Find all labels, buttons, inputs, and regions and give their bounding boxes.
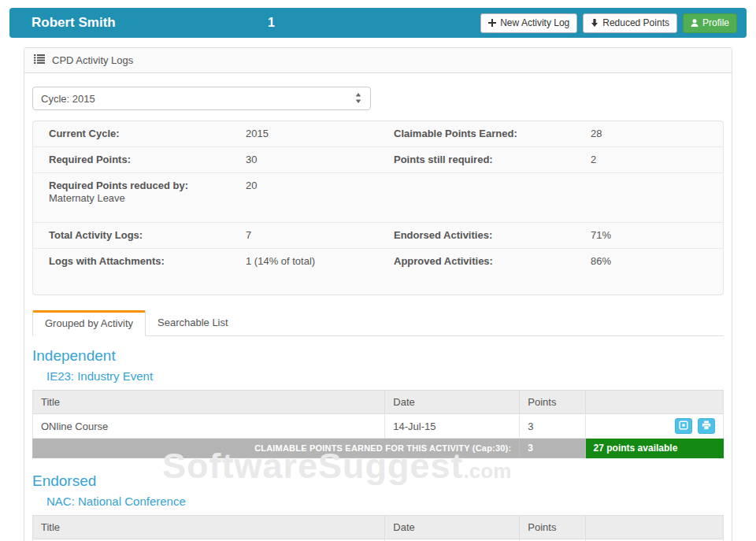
summary-label: Total Activity Logs:: [49, 229, 246, 242]
column-header-actions: [585, 516, 723, 539]
summary-row: Required Points: 30: [33, 146, 378, 172]
summary-value: 28: [591, 128, 602, 140]
reduced-points-label: Reduced Points: [602, 18, 669, 28]
claimable-points-value: 3: [520, 439, 585, 458]
summary-value: 2: [591, 154, 596, 166]
claimable-points-summary-row: CLAIMABLE POINTS EARNED FOR THIS ACTIVIT…: [33, 439, 724, 458]
new-activity-log-label: New Activity Log: [500, 18, 569, 28]
save-icon: [679, 421, 688, 432]
view-log-button[interactable]: [675, 418, 692, 434]
panel-body: Cycle: 2015 Current Cycle: 2015 Required…: [24, 73, 732, 541]
log-points: 3: [520, 414, 585, 439]
column-header-points: Points: [520, 391, 585, 414]
summary-row: Points still required: 2: [378, 146, 723, 172]
member-name: Robert Smith: [32, 15, 116, 31]
profile-button[interactable]: Profile: [683, 13, 737, 33]
cycle-summary-box: Current Cycle: 2015 Required Points: 30 …: [32, 120, 724, 295]
list-icon: [34, 54, 45, 66]
select-updown-icon: [355, 93, 361, 106]
summary-value: 30: [246, 154, 257, 166]
summary-label: Endorsed Activities:: [394, 229, 591, 242]
plus-icon: [488, 19, 496, 27]
tab-searchable-list[interactable]: Searchable List: [146, 310, 240, 335]
summary-value: 71%: [591, 229, 611, 242]
column-header-date: Date: [385, 391, 520, 414]
summary-value: 7: [246, 229, 251, 242]
summary-value: 86%: [591, 255, 611, 268]
summary-label: Claimable Points Earned:: [394, 128, 591, 140]
table-header-row: Title Date Points: [33, 516, 724, 539]
summary-row: Total Activity Logs: 7: [33, 222, 378, 248]
member-count: 1: [268, 16, 275, 30]
summary-label: Points still required:: [394, 154, 591, 166]
cycle-select[interactable]: Cycle: 2015: [32, 87, 371, 110]
column-header-title: Title: [33, 516, 385, 539]
cycle-select-value: Cycle: 2015: [41, 93, 95, 105]
claimable-points-label: CLAIMABLE POINTS EARNED FOR THIS ACTIVIT…: [33, 439, 520, 458]
log-title: ONline Course: [33, 414, 385, 439]
summary-left-column: Current Cycle: 2015 Required Points: 30 …: [33, 121, 378, 274]
summary-value: 2015: [246, 128, 269, 140]
print-icon: [702, 421, 711, 432]
summary-row-spacer: [378, 172, 723, 222]
summary-right-column: Claimable Points Earned: 28 Points still…: [378, 121, 723, 274]
summary-row: Current Cycle: 2015: [33, 121, 378, 146]
column-header-points: Points: [520, 516, 585, 539]
user-icon: [691, 19, 699, 27]
log-date: 14-Jul-15: [385, 414, 520, 439]
summary-label: Logs with Attachments:: [49, 255, 246, 268]
summary-row: Logs with Attachments: 1 (14% of total): [33, 248, 378, 274]
log-actions: [585, 414, 723, 439]
activity-log-table: Title Date Points Melbourne Conference 0…: [32, 515, 724, 541]
member-header-bar: Robert Smith 1 New Activity Log Reduced …: [9, 8, 747, 38]
summary-sublabel: Maternaty Leave: [49, 192, 238, 205]
group-title-independent: Independent: [32, 347, 724, 365]
summary-label: Required Points reduced by:Maternaty Lea…: [49, 180, 246, 205]
panel-title: CPD Activity Logs: [52, 54, 133, 66]
cpd-activity-logs-panel: CPD Activity Logs Cycle: 2015 Current Cy…: [24, 47, 732, 541]
activity-title-industry-event: IE23: Industry Event: [46, 369, 724, 384]
reduced-points-button[interactable]: Reduced Points: [583, 13, 677, 33]
points-available-badge: 27 points available: [585, 439, 723, 458]
new-activity-log-button[interactable]: New Activity Log: [480, 13, 577, 33]
down-arrow-icon: [591, 19, 598, 27]
panel-header: CPD Activity Logs: [24, 48, 732, 73]
profile-label: Profile: [702, 18, 729, 28]
view-tabs: Grouped by Activity Searchable List: [32, 310, 724, 336]
print-log-button[interactable]: [698, 418, 715, 434]
page: Robert Smith 1 New Activity Log Reduced …: [0, 0, 756, 541]
column-header-title: Title: [33, 391, 385, 414]
activity-log-table: Title Date Points ONline Course 14-Jul-1…: [32, 390, 724, 458]
column-header-date: Date: [385, 516, 520, 539]
summary-value: 1 (14% of total): [246, 255, 315, 268]
group-title-endorsed: Endorsed: [32, 472, 724, 490]
column-header-actions: [585, 391, 723, 414]
summary-label: Current Cycle:: [49, 128, 246, 140]
summary-row: Approved Activities: 86%: [378, 248, 723, 274]
summary-label: Approved Activities:: [394, 255, 591, 268]
header-actions: New Activity Log Reduced Points Profile: [480, 13, 737, 33]
summary-row: Endorsed Activities: 71%: [378, 222, 723, 248]
summary-label: Required Points:: [49, 154, 246, 166]
summary-value: 20: [246, 180, 257, 205]
activity-title-national-conference: NAC: National Conference: [46, 495, 724, 509]
summary-row: Required Points reduced by:Maternaty Lea…: [33, 172, 378, 222]
table-header-row: Title Date Points: [33, 391, 724, 414]
tab-grouped-by-activity[interactable]: Grouped by Activity: [32, 310, 146, 336]
table-row: ONline Course 14-Jul-15 3: [33, 414, 724, 439]
summary-row: Claimable Points Earned: 28: [378, 121, 723, 146]
